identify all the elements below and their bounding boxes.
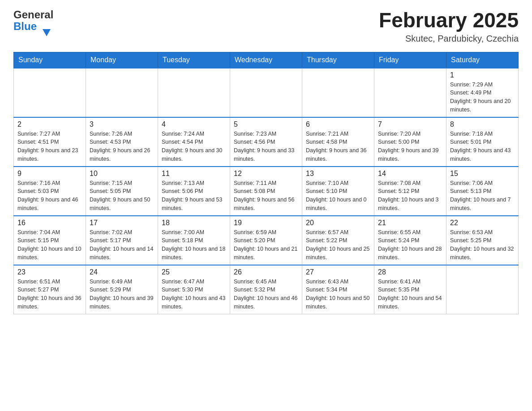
calendar-cell: [302, 68, 374, 117]
calendar-cell: 8Sunrise: 7:18 AMSunset: 5:01 PMDaylight…: [446, 117, 519, 167]
logo-general-text: General: [13, 9, 53, 21]
calendar-cell: 7Sunrise: 7:20 AMSunset: 5:00 PMDaylight…: [374, 117, 446, 167]
day-number: 5: [234, 120, 298, 128]
day-number: 28: [378, 268, 442, 276]
day-info-text: Sunrise: 7:10 AMSunset: 5:10 PMDaylight:…: [306, 179, 370, 213]
day-info-text: Sunrise: 7:26 AMSunset: 4:53 PMDaylight:…: [90, 130, 154, 163]
day-number: 22: [450, 219, 515, 227]
calendar-cell: 23Sunrise: 6:51 AMSunset: 5:27 PMDayligh…: [14, 265, 86, 314]
calendar-cell: [230, 68, 302, 117]
day-info-text: Sunrise: 7:20 AMSunset: 5:00 PMDaylight:…: [378, 130, 442, 163]
title-block: February 2025 Skutec, Pardubicky, Czechi…: [379, 9, 519, 44]
day-info-text: Sunrise: 6:51 AMSunset: 5:27 PMDaylight:…: [17, 278, 82, 311]
day-number: 16: [17, 219, 82, 227]
day-info-text: Sunrise: 6:47 AMSunset: 5:30 PMDaylight:…: [162, 278, 226, 311]
calendar-cell: 18Sunrise: 7:00 AMSunset: 5:18 PMDayligh…: [158, 216, 230, 265]
calendar-cell: 5Sunrise: 7:23 AMSunset: 4:56 PMDaylight…: [230, 117, 302, 167]
logo: General Blue: [13, 9, 53, 33]
day-info-text: Sunrise: 6:49 AMSunset: 5:29 PMDaylight:…: [90, 278, 154, 311]
day-info-text: Sunrise: 7:04 AMSunset: 5:15 PMDaylight:…: [17, 228, 82, 262]
day-info-text: Sunrise: 7:08 AMSunset: 5:12 PMDaylight:…: [378, 179, 442, 213]
day-number: 17: [90, 219, 154, 227]
calendar-cell: 26Sunrise: 6:45 AMSunset: 5:32 PMDayligh…: [230, 265, 302, 314]
calendar-cell: [14, 68, 86, 117]
day-header-tuesday: Tuesday: [158, 52, 230, 68]
day-info-text: Sunrise: 6:45 AMSunset: 5:32 PMDaylight:…: [234, 278, 298, 311]
day-info-text: Sunrise: 7:27 AMSunset: 4:51 PMDaylight:…: [17, 130, 82, 163]
day-number: 24: [90, 268, 154, 276]
calendar-cell: 20Sunrise: 6:57 AMSunset: 5:22 PMDayligh…: [302, 216, 374, 265]
calendar-week-row: 16Sunrise: 7:04 AMSunset: 5:15 PMDayligh…: [14, 216, 519, 265]
day-header-sunday: Sunday: [14, 52, 86, 68]
day-info-text: Sunrise: 6:53 AMSunset: 5:25 PMDaylight:…: [450, 228, 515, 262]
day-info-text: Sunrise: 6:43 AMSunset: 5:34 PMDaylight:…: [306, 278, 370, 311]
day-number: 23: [17, 268, 82, 276]
calendar-cell: 15Sunrise: 7:06 AMSunset: 5:13 PMDayligh…: [446, 167, 519, 216]
day-number: 15: [450, 170, 515, 178]
day-number: 18: [162, 219, 226, 227]
day-number: 6: [306, 120, 370, 128]
calendar-cell: 3Sunrise: 7:26 AMSunset: 4:53 PMDaylight…: [86, 117, 158, 167]
day-number: 3: [90, 120, 154, 128]
day-number: 7: [378, 120, 442, 128]
calendar-table: SundayMondayTuesdayWednesdayThursdayFrid…: [13, 52, 519, 314]
location-text: Skutec, Pardubicky, Czechia: [379, 34, 519, 44]
day-info-text: Sunrise: 6:57 AMSunset: 5:22 PMDaylight:…: [306, 228, 370, 262]
day-number: 9: [17, 170, 82, 178]
calendar-cell: 4Sunrise: 7:24 AMSunset: 4:54 PMDaylight…: [158, 117, 230, 167]
day-info-text: Sunrise: 6:55 AMSunset: 5:24 PMDaylight:…: [378, 228, 442, 262]
day-info-text: Sunrise: 7:24 AMSunset: 4:54 PMDaylight:…: [162, 130, 226, 163]
calendar-cell: 12Sunrise: 7:11 AMSunset: 5:08 PMDayligh…: [230, 167, 302, 216]
day-info-text: Sunrise: 7:29 AMSunset: 4:49 PMDaylight:…: [450, 81, 515, 114]
calendar-cell: 9Sunrise: 7:16 AMSunset: 5:03 PMDaylight…: [14, 167, 86, 216]
day-number: 8: [450, 120, 515, 128]
day-number: 13: [306, 170, 370, 178]
calendar-cell: [86, 68, 158, 117]
calendar-week-row: 2Sunrise: 7:27 AMSunset: 4:51 PMDaylight…: [14, 117, 519, 167]
day-header-wednesday: Wednesday: [230, 52, 302, 68]
day-info-text: Sunrise: 7:11 AMSunset: 5:08 PMDaylight:…: [234, 179, 298, 213]
calendar-cell: 13Sunrise: 7:10 AMSunset: 5:10 PMDayligh…: [302, 167, 374, 216]
calendar-cell: 11Sunrise: 7:13 AMSunset: 5:06 PMDayligh…: [158, 167, 230, 216]
day-number: 10: [90, 170, 154, 178]
calendar-week-row: 9Sunrise: 7:16 AMSunset: 5:03 PMDaylight…: [14, 167, 519, 216]
calendar-week-row: 23Sunrise: 6:51 AMSunset: 5:27 PMDayligh…: [14, 265, 519, 314]
day-info-text: Sunrise: 7:06 AMSunset: 5:13 PMDaylight:…: [450, 179, 515, 213]
calendar-week-row: 1Sunrise: 7:29 AMSunset: 4:49 PMDaylight…: [14, 68, 519, 117]
day-number: 4: [162, 120, 226, 128]
calendar-cell: 22Sunrise: 6:53 AMSunset: 5:25 PMDayligh…: [446, 216, 519, 265]
calendar-cell: [158, 68, 230, 117]
day-number: 21: [378, 219, 442, 227]
day-info-text: Sunrise: 7:16 AMSunset: 5:03 PMDaylight:…: [17, 179, 82, 213]
day-info-text: Sunrise: 7:02 AMSunset: 5:17 PMDaylight:…: [90, 228, 154, 262]
calendar-cell: 2Sunrise: 7:27 AMSunset: 4:51 PMDaylight…: [14, 117, 86, 167]
calendar-cell: 21Sunrise: 6:55 AMSunset: 5:24 PMDayligh…: [374, 216, 446, 265]
calendar-cell: 16Sunrise: 7:04 AMSunset: 5:15 PMDayligh…: [14, 216, 86, 265]
day-number: 14: [378, 170, 442, 178]
day-info-text: Sunrise: 6:59 AMSunset: 5:20 PMDaylight:…: [234, 228, 298, 262]
svg-marker-0: [43, 29, 51, 36]
day-number: 12: [234, 170, 298, 178]
calendar-cell: 6Sunrise: 7:21 AMSunset: 4:58 PMDaylight…: [302, 117, 374, 167]
day-number: 1: [450, 71, 515, 79]
calendar-cell: 1Sunrise: 7:29 AMSunset: 4:49 PMDaylight…: [446, 68, 519, 117]
day-info-text: Sunrise: 7:23 AMSunset: 4:56 PMDaylight:…: [234, 130, 298, 163]
calendar-cell: 28Sunrise: 6:41 AMSunset: 5:35 PMDayligh…: [374, 265, 446, 314]
calendar-header-row: SundayMondayTuesdayWednesdayThursdayFrid…: [14, 52, 519, 68]
calendar-cell: 27Sunrise: 6:43 AMSunset: 5:34 PMDayligh…: [302, 265, 374, 314]
day-info-text: Sunrise: 7:21 AMSunset: 4:58 PMDaylight:…: [306, 130, 370, 163]
calendar-cell: 10Sunrise: 7:15 AMSunset: 5:05 PMDayligh…: [86, 167, 158, 216]
day-header-thursday: Thursday: [302, 52, 374, 68]
day-number: 25: [162, 268, 226, 276]
day-number: 27: [306, 268, 370, 276]
day-number: 2: [17, 120, 82, 128]
day-info-text: Sunrise: 7:00 AMSunset: 5:18 PMDaylight:…: [162, 228, 226, 262]
calendar-cell: 17Sunrise: 7:02 AMSunset: 5:17 PMDayligh…: [86, 216, 158, 265]
day-info-text: Sunrise: 6:41 AMSunset: 5:35 PMDaylight:…: [378, 278, 442, 311]
day-number: 19: [234, 219, 298, 227]
day-number: 20: [306, 219, 370, 227]
calendar-cell: [446, 265, 519, 314]
logo-blue-text: Blue: [13, 21, 37, 32]
day-info-text: Sunrise: 7:15 AMSunset: 5:05 PMDaylight:…: [90, 179, 154, 213]
month-title: February 2025: [379, 9, 519, 32]
